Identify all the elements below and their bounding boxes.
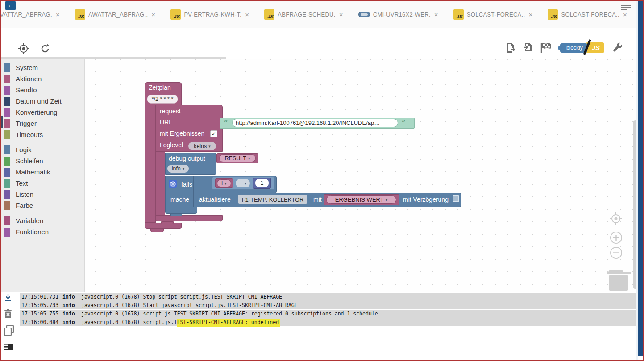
schedule-block-title: Zeitplan xyxy=(149,84,171,91)
import-blocks-icon[interactable] xyxy=(523,42,534,54)
number-field[interactable]: 1 xyxy=(255,179,269,187)
delay-checkbox[interactable] xyxy=(453,195,459,202)
toolbox-category-text[interactable]: Text xyxy=(1,178,84,189)
toolbox-category-mathematik[interactable]: Mathematik xyxy=(1,166,84,178)
mit-label: mit xyxy=(313,196,322,203)
delay-label: mit Verzögerung xyxy=(403,196,449,203)
tab-pv-ertrag[interactable]: JS PV-ERTRAG-KWH-T. × xyxy=(170,2,249,27)
category-color-swatch xyxy=(4,228,10,237)
toolbox-category-logik[interactable]: Logik xyxy=(1,144,84,155)
close-icon[interactable]: × xyxy=(245,11,249,18)
toolbox-category-funktionen[interactable]: Funktionen xyxy=(1,226,84,237)
mutator-gear-icon[interactable] xyxy=(169,180,177,188)
tab-solcast-foreca-2[interactable]: JS SOLCAST-FORECA.. × xyxy=(548,2,627,27)
request-block-next-nub xyxy=(161,221,174,224)
log-timestamp: 17:16:00.084 xyxy=(20,319,62,325)
menu-icon[interactable] xyxy=(621,5,632,11)
toolbox-scrollbar[interactable] xyxy=(1,116,3,128)
tab-bar: VATTAR_ABFRAG. × JS AWATTAR_ABFRAG.. × J… xyxy=(1,1,636,28)
schedule-block-next-nub xyxy=(150,229,164,232)
debug-level-dropdown[interactable]: info▾ xyxy=(167,165,189,173)
toolbox-category-timeouts[interactable]: Timeouts xyxy=(1,129,84,140)
log-row: 17:15:01.731 info javascript.0 (1678) St… xyxy=(20,293,636,301)
blockly-js-toggle[interactable]: blockly JS xyxy=(560,42,604,53)
category-color-swatch xyxy=(4,108,10,117)
loglevel-dropdown[interactable]: keins▾ xyxy=(188,142,216,150)
toolbox-category-sendto[interactable]: Sendto xyxy=(1,84,84,95)
request-block-spine[interactable] xyxy=(156,152,165,215)
url-text-field[interactable]: http://admin:Karl-100761@192.168.1.20/IN… xyxy=(232,119,398,127)
ergebnis-variable-dropdown[interactable]: ERGEBNIS WERT▾ xyxy=(326,195,396,204)
blockly-toggle-label[interactable]: blockly xyxy=(560,43,587,53)
if-block-next-nub xyxy=(170,214,182,216)
operator-dropdown[interactable]: =▾ xyxy=(236,179,250,187)
chevron-down-icon: ▾ xyxy=(244,181,246,186)
close-icon[interactable]: × xyxy=(623,11,627,18)
toolbox-category-variablen[interactable]: Variablen xyxy=(1,215,84,226)
if-block-foot[interactable] xyxy=(165,207,197,214)
log-message-highlighted: EST-SKRIPT-CMI-ABFRAGE: undefined xyxy=(177,319,280,327)
toolbox-category-farbe[interactable]: Farbe xyxy=(1,200,84,211)
workspace-center-icon[interactable] xyxy=(610,212,622,225)
tab-solcast-foreca-1[interactable]: JS SOLCAST-FORECA.. × xyxy=(453,2,533,27)
toolbox-category-aktionen[interactable]: Aktionen xyxy=(1,73,84,84)
log-row: 17:16:00.084 info javascript.0 (1678) sc… xyxy=(20,318,636,326)
toolbox-category-schleifen[interactable]: Schleifen xyxy=(1,155,84,166)
log-row: 17:15:05.755 info javascript.0 (1678) sc… xyxy=(20,310,636,318)
open-quote-icon: “ xyxy=(224,119,228,127)
toolbox-category-listen[interactable]: Listen xyxy=(1,189,84,200)
schedule-block-spine[interactable] xyxy=(145,105,156,223)
trash-icon[interactable] xyxy=(601,267,631,291)
tab-label: SOLCAST-FORECA.. xyxy=(561,11,619,18)
js-icon: JS xyxy=(453,9,464,20)
workspace-vertical-scrollbar[interactable] xyxy=(633,120,636,289)
clear-log-icon[interactable] xyxy=(4,309,12,320)
log-message: javascript.0 (1678) script.js.TEST-SKRIP… xyxy=(81,311,378,317)
log-message: javascript.0 (1678) Stop script script.j… xyxy=(81,294,282,300)
js-icon: JS xyxy=(264,9,274,20)
log-timestamp: 17:15:01.731 xyxy=(20,294,62,300)
settings-wrench-icon[interactable] xyxy=(611,42,623,54)
log-layout-icon[interactable] xyxy=(4,343,13,353)
if-label: falls xyxy=(181,181,192,188)
toolbox-category-konvertierung[interactable]: Konvertierung xyxy=(1,107,84,118)
check-blocks-flag-icon[interactable] xyxy=(540,42,553,54)
result-variable-dropdown[interactable]: RESULT▾ xyxy=(219,154,256,162)
log-severity: info xyxy=(62,302,81,308)
category-color-swatch xyxy=(4,179,10,188)
back-button[interactable]: ← xyxy=(5,1,16,10)
with-results-checkbox[interactable]: ✓ xyxy=(210,130,217,137)
close-icon[interactable]: × xyxy=(339,11,343,18)
chevron-down-icon: ▾ xyxy=(386,198,388,202)
refresh-icon[interactable] xyxy=(40,43,50,54)
export-blocks-icon[interactable] xyxy=(505,42,517,54)
toolbox-category-trigger[interactable]: Trigger xyxy=(1,118,84,129)
chevron-down-icon: ▾ xyxy=(224,181,227,186)
close-icon[interactable]: × xyxy=(151,11,155,18)
center-view-icon[interactable] xyxy=(18,43,29,54)
log-message: javascript.0 (1678) Start javascript scr… xyxy=(81,302,298,308)
close-icon[interactable]: × xyxy=(56,11,60,18)
object-id-field[interactable]: I-1-TEMP. KOLLEKTOR xyxy=(238,195,307,204)
blockly-workspace[interactable]: Zeitplan */2 * * * * request URL mit Erg… xyxy=(85,59,636,292)
log-severity: info xyxy=(62,311,81,317)
copy-log-icon[interactable] xyxy=(4,325,14,338)
request-block-foot[interactable] xyxy=(156,215,223,221)
tab-awattar-abfrag[interactable]: JS AWATTAR_ABFRAG.. × xyxy=(75,2,155,27)
close-icon[interactable]: × xyxy=(528,11,532,18)
zoom-out-icon[interactable] xyxy=(610,247,622,259)
toolbox-category-system[interactable]: System xyxy=(1,62,84,73)
download-log-icon[interactable] xyxy=(4,293,12,304)
i-variable-dropdown[interactable]: i▾ xyxy=(217,179,231,187)
zoom-in-icon[interactable] xyxy=(610,232,622,244)
js-icon: JS xyxy=(170,9,181,20)
toolbox-category-datum-und-zeit[interactable]: Datum und Zeit xyxy=(1,95,84,107)
close-icon[interactable]: × xyxy=(434,11,438,18)
category-color-swatch xyxy=(4,157,10,166)
close-quote-icon: ” xyxy=(402,119,406,127)
log-row: 17:15:05.733 info javascript.0 (1678) St… xyxy=(20,301,636,309)
window-edge-scrollbar[interactable] xyxy=(638,1,644,356)
tab-cmi-uvr16x2[interactable]: CMI-UVR16X2-WER. × xyxy=(358,2,438,27)
tab-abfrage-schedu[interactable]: JS ABFRAGE-SCHEDU. × xyxy=(264,2,343,27)
cron-field[interactable]: */2 * * * * xyxy=(147,95,178,104)
